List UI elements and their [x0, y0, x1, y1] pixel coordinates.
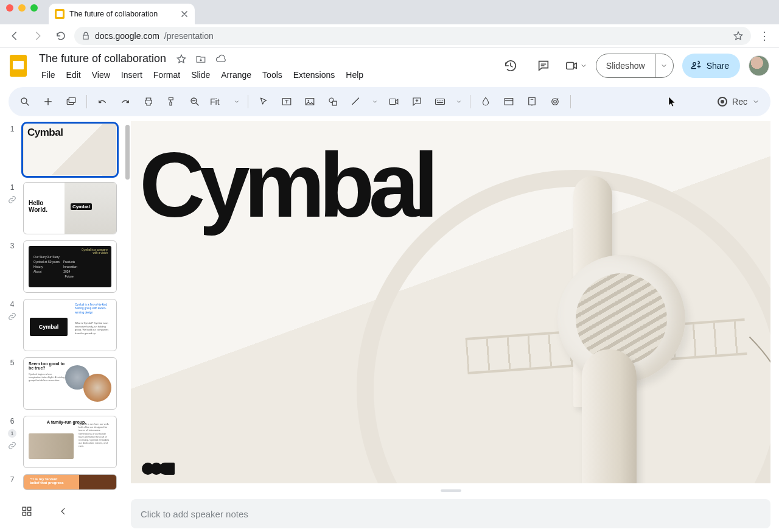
- slides-logo-icon[interactable]: [6, 54, 30, 78]
- menu-arrange[interactable]: Arrange: [216, 68, 256, 82]
- link-icon: [8, 195, 16, 204]
- slideshow-label[interactable]: Slideshow: [596, 61, 655, 71]
- menu-view[interactable]: View: [87, 68, 115, 82]
- svg-rect-13: [529, 97, 536, 105]
- cloud-status-icon[interactable]: [215, 54, 227, 65]
- account-avatar[interactable]: [749, 55, 769, 76]
- menu-edit[interactable]: Edit: [61, 68, 86, 82]
- zoom-out-button[interactable]: [184, 91, 205, 112]
- menu-slide[interactable]: Slide: [186, 68, 215, 82]
- slide-thumbnail-6[interactable]: A family-run group. Cymbal is run from o…: [23, 416, 117, 468]
- theme-button[interactable]: [522, 91, 542, 112]
- slideshow-button[interactable]: Slideshow: [596, 54, 674, 78]
- textbox-button[interactable]: [276, 91, 297, 112]
- redo-button[interactable]: [115, 91, 136, 112]
- zoom-dropdown[interactable]: [231, 99, 243, 105]
- line-dropdown[interactable]: [369, 99, 381, 105]
- thumb-title: Cymbal: [27, 127, 63, 139]
- undo-button[interactable]: [92, 91, 113, 112]
- svg-rect-10: [390, 99, 396, 105]
- search-menus-button[interactable]: [15, 91, 35, 112]
- star-button[interactable]: [176, 54, 187, 65]
- browser-back-button[interactable]: [5, 26, 24, 46]
- chevron-down-icon: [752, 98, 760, 105]
- collaborator-badge: 1: [8, 429, 16, 438]
- menu-insert[interactable]: Insert: [116, 68, 147, 82]
- collapse-filmstrip-button[interactable]: [54, 502, 73, 521]
- slide-thumbnail-4[interactable]: Cymbal Cymbal is a first-of-its-kind hol…: [23, 299, 117, 351]
- lock-icon: [82, 32, 90, 40]
- background-button[interactable]: [475, 91, 496, 112]
- slide-number: 4: [10, 300, 15, 309]
- new-slide-button[interactable]: [38, 91, 58, 112]
- toolbar-separator: [470, 95, 470, 108]
- slide-thumbnail-5[interactable]: Seem too good to be true? Cymbal begins …: [23, 357, 117, 410]
- toolbar: Fit Rec: [9, 87, 770, 116]
- slide-number: 7: [10, 475, 15, 484]
- slide-title[interactable]: Cymbal: [139, 139, 433, 231]
- zoom-level[interactable]: Fit: [208, 97, 228, 107]
- version-history-button[interactable]: [498, 54, 523, 78]
- move-button[interactable]: [195, 54, 206, 65]
- menu-format[interactable]: Format: [148, 68, 185, 82]
- video-button[interactable]: [383, 91, 404, 112]
- slide-thumbnail-7[interactable]: "It is my fervent belief that progress: [23, 474, 117, 490]
- browser-reload-button[interactable]: [51, 26, 71, 46]
- image-button[interactable]: [299, 91, 320, 112]
- paint-format-button[interactable]: [161, 91, 182, 112]
- speaker-notes[interactable]: Click to add speaker notes: [131, 499, 770, 528]
- address-bar[interactable]: docs.google.com/presentation: [74, 27, 751, 45]
- menu-file[interactable]: File: [37, 68, 60, 82]
- slide-thumbnail-1[interactable]: Cymbal: [23, 124, 117, 176]
- keyboard-dropdown[interactable]: [453, 99, 465, 105]
- window-minimize-button[interactable]: [18, 4, 26, 12]
- filmstrip-scrollbar[interactable]: [125, 125, 130, 180]
- tab-close-button[interactable]: [180, 10, 189, 18]
- slide-thumbnail-3[interactable]: Our Story Cymbal at 50 years Products Hi…: [23, 240, 117, 293]
- transition-button[interactable]: [545, 91, 565, 112]
- filmstrip[interactable]: 1 Cymbal 1 HelloWorld. 3 Our Story Cymba…: [0, 121, 131, 532]
- thumb-title: Seem too good to be true?: [29, 362, 65, 370]
- share-people-icon: [691, 60, 702, 71]
- thumb-title: HelloWorld.: [29, 200, 47, 213]
- browser-forward-button[interactable]: [28, 26, 47, 46]
- menu-tools[interactable]: Tools: [257, 68, 287, 82]
- shape-button[interactable]: [323, 91, 343, 112]
- thumb-title: Cymbal: [30, 318, 68, 336]
- notes-splitter[interactable]: [131, 489, 770, 493]
- document-title[interactable]: The future of collaboration: [37, 51, 169, 66]
- select-tool-button[interactable]: [253, 91, 274, 112]
- slide-number: 1: [10, 183, 15, 192]
- window-close-button[interactable]: [6, 4, 13, 12]
- svg-point-15: [554, 100, 557, 103]
- keyboard-button[interactable]: [430, 91, 450, 112]
- menu-bar: File Edit View Insert Format Slide Arran…: [37, 68, 492, 82]
- print-button[interactable]: [138, 91, 159, 112]
- slide-canvas[interactable]: Cymbal: [131, 121, 770, 483]
- browser-menu-button[interactable]: ⋮: [755, 29, 774, 43]
- bookmark-star-button[interactable]: [733, 30, 744, 41]
- menu-extensions[interactable]: Extensions: [288, 68, 340, 82]
- app-header: The future of collaboration File Edit Vi…: [0, 47, 779, 82]
- browser-toolbar: docs.google.com/presentation ⋮: [0, 24, 779, 47]
- window-traffic-lights: [6, 0, 49, 24]
- slide-thumbnail-2[interactable]: HelloWorld.: [23, 182, 117, 234]
- share-button[interactable]: Share: [682, 54, 740, 78]
- layout-button[interactable]: [498, 91, 519, 112]
- brand-mark-icon: [142, 463, 175, 475]
- record-button[interactable]: Rec: [718, 97, 764, 107]
- comments-button[interactable]: [531, 54, 556, 78]
- slideshow-dropdown[interactable]: [655, 54, 673, 77]
- svg-rect-19: [28, 513, 31, 516]
- comment-add-button[interactable]: [407, 91, 427, 112]
- window-zoom-button[interactable]: [30, 4, 38, 12]
- browser-tab-title: The future of collaboration: [69, 10, 175, 18]
- new-slide-layout-button[interactable]: [61, 91, 82, 112]
- workspace: 1 Cymbal 1 HelloWorld. 3 Our Story Cymba…: [0, 121, 779, 532]
- line-button[interactable]: [346, 91, 366, 112]
- browser-tab[interactable]: The future of collaboration: [49, 4, 195, 24]
- slide-number: 6: [10, 417, 15, 425]
- menu-help[interactable]: Help: [341, 68, 368, 82]
- grid-view-button[interactable]: [17, 502, 37, 521]
- meet-button[interactable]: [564, 59, 587, 72]
